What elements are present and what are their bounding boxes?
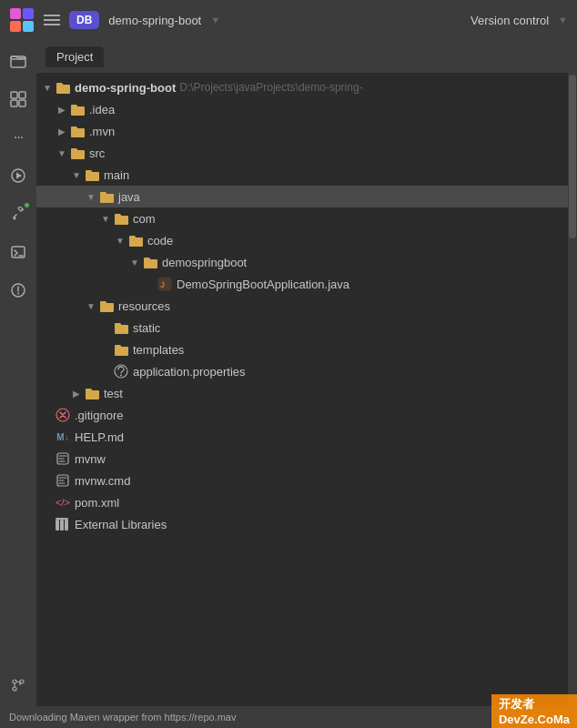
tree-container: ▼ demo-spring-boot D:\Projects\javaProje…	[36, 73, 577, 706]
test-label: test	[104, 387, 123, 400]
list-item[interactable]: ▶ .idea	[36, 98, 568, 120]
tree-root[interactable]: ▼ demo-spring-boot D:\Projects\javaProje…	[36, 76, 568, 98]
main-label: main	[104, 168, 129, 182]
resources-label: resources	[118, 299, 170, 313]
list-item[interactable]: External Libraries	[36, 513, 568, 535]
arrow-src: ▼	[55, 146, 69, 160]
svg-point-22	[120, 375, 122, 377]
mvn-label: .mvn	[89, 125, 115, 138]
gitignore-label: .gitignore	[75, 409, 123, 422]
arrow-resources: ▼	[84, 298, 98, 313]
list-item[interactable]: templates	[36, 339, 568, 360]
svg-rect-5	[11, 92, 17, 98]
src-folder-icon	[69, 145, 86, 161]
arrow-mvn: ▶	[55, 124, 69, 138]
demo-app-label: DemoSpringBootApplication.java	[177, 278, 349, 291]
list-item[interactable]: mvnw	[36, 448, 568, 470]
src-label: src	[89, 147, 105, 160]
svg-point-12	[14, 217, 16, 220]
svg-rect-28	[65, 520, 68, 531]
tree-content[interactable]: ▼ demo-spring-boot D:\Projects\javaProje…	[36, 73, 568, 706]
list-item[interactable]: J DemoSpringBootApplication.java	[36, 273, 568, 295]
list-item[interactable]: ▼ src	[36, 142, 568, 164]
svg-point-17	[20, 680, 24, 683]
help-md-label: HELP.md	[75, 430, 124, 444]
status-text: Downloading Maven wrapper from https://r…	[9, 712, 236, 723]
props-file-icon	[113, 363, 129, 379]
svg-rect-7	[11, 100, 17, 106]
mvnwcmd-label: mvnw.cmd	[75, 474, 130, 488]
sidebar-icon-git[interactable]	[5, 672, 32, 699]
demospring-folder-icon	[142, 254, 158, 270]
title-bar: DB demo-spring-boot ▼ Version control ▼	[0, 0, 577, 40]
root-label: demo-spring-boot	[75, 81, 176, 95]
svg-point-16	[13, 680, 16, 683]
extlib-label: External Libraries	[75, 518, 167, 531]
list-item[interactable]: mvnw.cmd	[36, 470, 568, 491]
svg-rect-3	[23, 21, 34, 32]
root-folder-icon	[55, 79, 71, 96]
root-arrow: ▼	[40, 80, 55, 95]
project-name[interactable]: demo-spring-boot	[108, 14, 201, 27]
hamburger-menu[interactable]	[44, 15, 60, 25]
project-panel: Project ▼ demo-spring-boot D:\Projects\j…	[36, 40, 577, 706]
sidebar-icon-folder[interactable]	[5, 47, 32, 75]
svg-point-15	[17, 293, 19, 295]
md-file-icon: M↓	[55, 429, 71, 445]
svg-marker-10	[16, 173, 22, 179]
sidebar-icon-more[interactable]: ···	[5, 124, 32, 151]
scrollbar-thumb[interactable]	[569, 75, 576, 238]
list-item[interactable]: ▼ resources	[36, 295, 568, 317]
panel-tab-label: Project	[56, 50, 93, 64]
svg-rect-0	[10, 8, 21, 19]
idea-folder-icon	[69, 101, 86, 117]
arrow-main: ▼	[69, 167, 84, 182]
svg-rect-6	[19, 92, 25, 98]
mvnwcmd-file-icon	[55, 472, 71, 489]
arrow-demospringboot: ▼	[127, 255, 142, 269]
panel-header: Project	[36, 40, 577, 73]
sidebar-icon-warning[interactable]	[5, 277, 32, 304]
svg-rect-26	[56, 520, 59, 531]
list-item[interactable]: ▼ main	[36, 164, 568, 186]
list-item[interactable]: </> pom.xml	[36, 491, 568, 513]
list-item[interactable]: application.properties	[36, 360, 568, 382]
list-item[interactable]: ▼ demospringboot	[36, 251, 568, 273]
sidebar-icon-run[interactable]	[5, 162, 32, 189]
sidebar-icon-terminal[interactable]	[5, 238, 32, 266]
svg-rect-8	[19, 100, 25, 106]
list-item[interactable]: static	[36, 317, 568, 339]
extlib-icon	[55, 516, 71, 532]
app-props-label: application.properties	[133, 365, 246, 379]
svg-rect-2	[10, 21, 21, 32]
pom-file-icon: </>	[55, 494, 71, 511]
list-item[interactable]: ▼ com	[36, 207, 568, 229]
list-item[interactable]: ▶ .mvn	[36, 120, 568, 142]
sidebar-icon-structure[interactable]	[5, 86, 32, 113]
list-item[interactable]: ▶ test	[36, 382, 568, 404]
panel-tab-project[interactable]: Project	[46, 46, 104, 67]
scrollbar[interactable]	[568, 73, 577, 706]
mvnw-file-icon	[55, 450, 71, 467]
arrow-com: ▼	[98, 211, 113, 226]
svg-rect-27	[60, 520, 64, 531]
list-item[interactable]: M↓ HELP.md	[36, 426, 568, 448]
static-folder-icon	[113, 319, 129, 336]
svg-text:J: J	[160, 280, 165, 289]
list-item[interactable]: .gitignore	[36, 404, 568, 426]
templates-folder-icon	[113, 341, 129, 358]
com-folder-icon	[113, 210, 129, 227]
code-folder-icon	[127, 232, 144, 248]
list-item[interactable]: ▼ java	[36, 186, 568, 207]
mvn-folder-icon	[69, 123, 86, 139]
arrow-test: ▶	[69, 386, 84, 400]
resources-folder-icon	[98, 298, 115, 314]
list-item[interactable]: ▼ code	[36, 229, 568, 251]
java-label: java	[118, 190, 140, 204]
version-control-label[interactable]: Version control	[471, 14, 549, 27]
sidebar-icon-tools[interactable]	[5, 200, 32, 228]
java-file-icon: J	[157, 276, 173, 292]
static-label: static	[133, 321, 160, 335]
templates-label: templates	[133, 343, 184, 357]
svg-rect-11	[18, 207, 24, 211]
